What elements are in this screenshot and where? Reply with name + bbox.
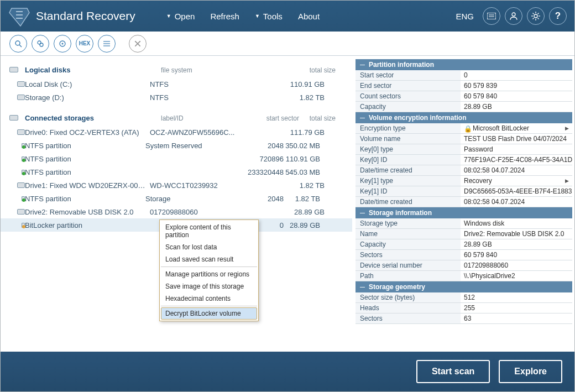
logical-disk-row[interactable]: Storage (D:)NTFS1.82 TB [1,91,352,104]
property-row: Sector size (bytes)512 [356,292,572,303]
property-row: Key[0] typePassword [356,144,572,155]
property-row: Date/time created08:02:58 04.07.2024 [356,165,572,176]
hex-button[interactable]: HEX [76,35,93,53]
panel-header[interactable]: —Storage information [356,207,572,218]
property-row: Count sectors60 579 840 [356,91,572,102]
partition-row[interactable]: NTFS partitionStorage20481.82 TB [1,192,352,205]
caret-down-icon: ▼ [255,13,260,19]
close-button[interactable] [129,35,147,53]
panel-header[interactable]: —Storage geometry [356,281,572,292]
panel-header[interactable]: —Partition information [356,59,572,70]
logical-disk-row[interactable]: Local Disk (C:)NTFS110.91 GB [1,77,352,91]
property-row: End sector60 579 839 [356,81,572,91]
svg-point-13 [15,41,20,45]
language-selector[interactable]: ENG [456,12,474,21]
svg-rect-0 [487,13,496,19]
property-row: Heads255 [356,303,572,313]
property-row: Key[0] ID776F19AC-F25E-4C08-A4F5-34A1D3E [356,155,572,165]
property-row: NameDrive2: Removable USB DISK 2.0 [356,229,572,239]
property-row: Encryption type🔒Microsoft BitLocker▶ [356,123,572,134]
menu-open[interactable]: ▼Open [166,12,195,21]
gear-icon[interactable] [527,7,545,25]
footer: Start scan Explore [1,352,574,391]
property-row: Capacity28.89 GB [356,102,572,112]
context-menu-item[interactable]: Hexadecimal contents [161,292,257,305]
context-menu-item[interactable]: Explore content of this partition [161,221,257,241]
property-row: Sectors60 579 840 [356,250,572,260]
property-row: Volume nameTEST USB Flash Drive 04/07/20… [356,134,572,144]
partition-row[interactable]: NTFS partition233320448545.03 MB [1,165,352,179]
property-row: Storage typeWindows disk [356,218,572,229]
search-button[interactable] [9,35,27,53]
explore-button[interactable]: Explore [499,360,562,383]
drive-row[interactable]: Drive2: Removable USB DISK 2.00172098880… [1,205,352,218]
property-row: Date/time created08:02:58 04.07.2024 [356,197,572,207]
property-row: Path\\.\PhysicalDrive2 [356,271,572,281]
app-title: Standard Recovery [36,9,135,23]
context-menu-item[interactable]: Manage partitions or regions [161,268,257,280]
property-row: Start sector0 [356,70,572,81]
context-menu-item[interactable]: Load saved scan result [161,253,257,265]
svg-line-14 [19,45,22,47]
property-row: Device serial number017209888060 [356,260,572,271]
svg-point-18 [62,43,64,44]
svg-point-4 [534,14,537,18]
svg-point-16 [40,43,43,46]
partition-row[interactable]: NTFS partitionSystem Reserved2048350.02 … [1,139,352,152]
main-area: Logical disksfile systemtotal sizeLocal … [1,56,574,352]
menu-about[interactable]: About [298,12,320,21]
property-row: Key[1] IDD9C65665-053A-4EEE-B7F4-E1883C9… [356,186,572,197]
svg-line-12 [538,13,539,14]
drive-row[interactable]: Drive0: Fixed OCZ-VERTEX3 (ATA)OCZ-AWNZ0… [1,126,352,139]
svg-line-10 [538,18,539,19]
raid-button[interactable] [32,35,49,53]
menu-tools[interactable]: ▼Tools [255,12,283,21]
properties-panel: —Partition informationStart sector0End s… [352,56,574,352]
registration-icon[interactable] [483,7,500,25]
app-logo-icon [8,5,30,27]
partition-row[interactable]: NTFS partition720896110.91 GB [1,152,352,165]
disk-button[interactable] [54,35,71,53]
context-menu-item[interactable]: Scan for lost data [161,241,257,253]
property-row: Sectors63 [356,313,572,324]
context-menu: Explore content of this partitionScan fo… [159,219,259,321]
svg-line-11 [533,18,534,19]
title-bar: Standard Recovery ▼Open Refresh ▼Tools A… [1,1,574,32]
help-icon[interactable]: ? [549,7,567,25]
context-menu-item[interactable]: Save image of this storage [161,280,257,292]
svg-line-9 [533,13,534,14]
main-menu: ▼Open Refresh ▼Tools About [166,12,320,21]
user-icon[interactable] [505,7,522,25]
panel-header[interactable]: —Volume encryption information [356,112,572,123]
toolbar: HEX [1,32,574,56]
property-row: Capacity28.89 GB [356,239,572,250]
property-row: Key[1] typeRecovery▶ [356,176,572,186]
list-button[interactable] [98,35,116,53]
start-scan-button[interactable]: Start scan [416,360,490,383]
menu-refresh[interactable]: Refresh [210,12,239,21]
caret-down-icon: ▼ [166,13,171,19]
drive-row[interactable]: Drive1: Fixed WDC WD20EZRX-00DC0...WD-WC… [1,179,352,192]
context-menu-item[interactable]: Decrypt BitLocker volume [161,307,257,320]
svg-point-3 [512,13,515,16]
